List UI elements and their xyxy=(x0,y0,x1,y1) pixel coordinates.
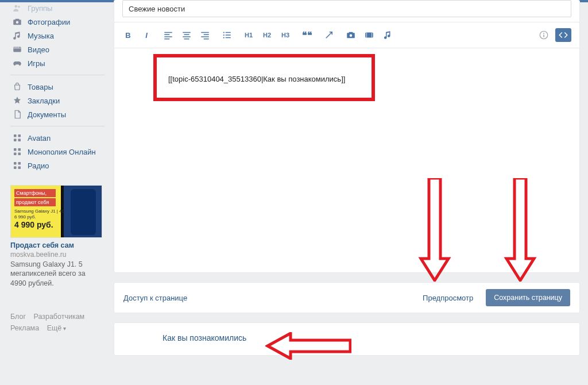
ad-block[interactable]: Смартфоны, которые продают себя сами! Sa… xyxy=(10,185,102,288)
bold-button[interactable]: B xyxy=(122,29,134,41)
sidebar-item-label: Документы xyxy=(28,110,66,119)
svg-point-16 xyxy=(223,32,225,33)
ad-description: Samsung Galaxy J1. 5 мегапикселей всего … xyxy=(10,260,102,288)
main-content: B I H1 H2 H3 xyxy=(114,0,580,374)
svg-rect-14 xyxy=(14,167,17,170)
svg-rect-5 xyxy=(18,134,21,137)
svg-rect-12 xyxy=(14,162,17,165)
page-access-link[interactable]: Доступ к странице xyxy=(123,294,187,302)
sidebar-item-bookmarks[interactable]: Закладки xyxy=(10,94,105,107)
app-icon xyxy=(11,146,23,157)
bag-icon xyxy=(11,81,23,93)
ad-phone-image xyxy=(71,189,96,235)
sidebar-item-monopoly[interactable]: Монополия Онлайн xyxy=(10,145,105,159)
svg-point-0 xyxy=(15,5,18,8)
sidebar-item-label: Группы xyxy=(28,4,52,13)
sidebar-item-label: Игры xyxy=(28,59,45,68)
link-button[interactable] xyxy=(323,29,335,41)
sidebar-item-groups[interactable]: Группы xyxy=(10,1,105,15)
svg-rect-8 xyxy=(14,148,17,151)
sidebar-item-label: Avatan xyxy=(28,134,51,143)
sidebar-item-label: Радио xyxy=(28,161,49,170)
h2-button[interactable]: H2 xyxy=(261,29,273,41)
align-center-button[interactable] xyxy=(181,29,192,41)
sidebar-item-label: Видео xyxy=(28,45,49,54)
wiki-code-toggle[interactable] xyxy=(555,28,571,42)
svg-rect-6 xyxy=(14,139,17,142)
footer-links: Блог Разработчикам Реклама Ещё xyxy=(10,311,105,334)
result-panel: Как вы познакомились xyxy=(114,322,580,356)
video-icon xyxy=(11,44,23,55)
svg-point-19 xyxy=(350,34,353,37)
sidebar-item-label: Монополия Онлайн xyxy=(28,148,96,156)
editor-toolbar: B I H1 H2 H3 xyxy=(114,22,579,48)
svg-rect-10 xyxy=(14,153,17,156)
h3-button[interactable]: H3 xyxy=(280,29,291,41)
ad-banner-text: 4 990 руб. xyxy=(14,220,53,229)
italic-button[interactable]: I xyxy=(141,29,152,41)
sidebar-item-avatan[interactable]: Avatan xyxy=(10,131,105,145)
music-icon xyxy=(11,30,23,41)
svg-point-1 xyxy=(18,6,20,8)
sidebar-item-video[interactable]: Видео xyxy=(10,43,105,56)
editor-panel: B I H1 H2 H3 xyxy=(114,22,580,273)
result-topic-link[interactable]: Как вы познакомились xyxy=(163,333,246,342)
sidebar-item-radio[interactable]: Радио xyxy=(10,159,105,172)
sidebar-item-docs[interactable]: Документы xyxy=(10,107,105,121)
svg-rect-4 xyxy=(14,134,17,137)
svg-rect-13 xyxy=(18,162,21,165)
app-icon xyxy=(11,160,23,171)
ad-banner-text: продают себя сами! xyxy=(14,198,56,206)
ad-banner-text: 6 990 руб. xyxy=(14,214,36,220)
sidebar-item-market[interactable]: Товары xyxy=(10,80,105,94)
app-icon xyxy=(11,132,23,144)
ad-title: Продаст себя сам xyxy=(10,241,102,249)
align-left-button[interactable] xyxy=(163,29,174,41)
video-button[interactable] xyxy=(363,29,375,41)
svg-point-22 xyxy=(543,33,544,34)
ad-banner-text: Samsung Galaxy J1 | 4G xyxy=(14,209,65,214)
svg-point-2 xyxy=(16,21,19,24)
photo-button[interactable] xyxy=(345,29,357,41)
svg-rect-3 xyxy=(13,47,21,52)
svg-rect-9 xyxy=(18,148,21,151)
sidebar-item-games[interactable]: Игры xyxy=(10,56,105,70)
link-ads[interactable]: Реклама xyxy=(10,324,39,332)
link-more[interactable]: Ещё xyxy=(47,324,67,332)
ad-banner-image: Смартфоны, которые продают себя сами! Sa… xyxy=(10,185,102,238)
preview-button[interactable]: Предпросмотр xyxy=(423,294,473,302)
sidebar-item-label: Товары xyxy=(28,83,53,91)
h1-button[interactable]: H1 xyxy=(243,29,254,41)
list-button[interactable] xyxy=(221,29,233,41)
page-title-input[interactable] xyxy=(122,0,571,17)
info-icon[interactable] xyxy=(538,29,550,41)
svg-point-17 xyxy=(223,34,225,36)
svg-rect-15 xyxy=(18,167,21,170)
audio-button[interactable] xyxy=(382,29,393,41)
save-page-button[interactable]: Сохранить страницу xyxy=(486,289,570,306)
ad-banner-text: Смартфоны, которые xyxy=(14,189,56,197)
doc-icon xyxy=(11,109,23,120)
svg-point-18 xyxy=(223,37,225,38)
sidebar-item-photos[interactable]: Фотографии xyxy=(10,15,105,29)
wiki-code-text: [[topic-65310404_35513360|Как вы познако… xyxy=(168,75,345,83)
sidebar: Группы Фотографии Музыка Видео Игры Това… xyxy=(10,0,105,334)
link-blog[interactable]: Блог xyxy=(10,313,26,321)
editor-footer: Доступ к странице Предпросмотр Сохранить… xyxy=(114,282,580,313)
groups-icon xyxy=(11,2,23,14)
separator xyxy=(10,126,105,126)
sidebar-item-music[interactable]: Музыка xyxy=(10,29,105,43)
svg-rect-7 xyxy=(18,139,21,142)
link-developers[interactable]: Разработчикам xyxy=(34,313,85,321)
separator xyxy=(10,75,105,75)
ad-domain: moskva.beeline.ru xyxy=(10,251,102,259)
camera-icon xyxy=(11,16,23,28)
sidebar-item-label: Музыка xyxy=(28,32,54,40)
align-right-button[interactable] xyxy=(199,29,211,41)
editor-textarea[interactable]: [[topic-65310404_35513360|Как вы познако… xyxy=(114,48,579,272)
title-panel xyxy=(114,0,580,22)
blockquote-button[interactable]: ❝❝ xyxy=(301,29,313,41)
svg-rect-11 xyxy=(18,153,21,156)
sidebar-item-label: Фотографии xyxy=(28,18,70,26)
star-icon xyxy=(11,95,23,106)
